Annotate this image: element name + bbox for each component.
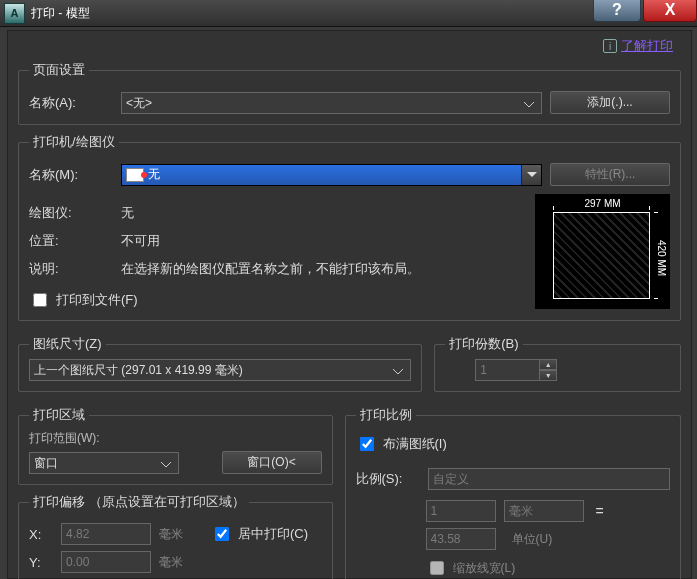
offset-y-unit: 毫米 <box>159 554 183 571</box>
plotter-location-label: 位置: <box>29 232 113 250</box>
print-to-file-checkbox[interactable]: 打印到文件(F) <box>29 290 138 310</box>
scale-unit-select[interactable]: 毫米 <box>504 500 584 522</box>
scale-drawing-unit-label: 单位(U) <box>512 531 553 548</box>
offset-group: 打印偏移 （原点设置在可打印区域） X: 毫米 居中打印(C) Y: 毫米 <box>18 493 333 579</box>
paper-height-label: 420 MM <box>656 240 667 276</box>
paper-size-select[interactable]: 上一个图纸尺寸 (297.01 x 419.99 毫米) <box>29 359 411 381</box>
printer-icon <box>126 168 144 182</box>
copies-group: 打印份数(B) ▲ ▼ <box>434 335 681 392</box>
scale-group: 打印比例 布满图纸(I) 比例(S): 自定义 毫米 = 单位(U) <box>345 406 682 579</box>
plotter-location-value: 不可用 <box>121 232 160 250</box>
help-button[interactable]: ? <box>593 0 641 22</box>
offset-x-input[interactable] <box>61 523 151 545</box>
print-to-file-label: 打印到文件(F) <box>56 291 138 309</box>
page-setup-group: 页面设置 名称(A): <无> 添加(.)... <box>18 61 681 125</box>
close-button[interactable]: X <box>643 0 697 22</box>
offset-x-unit: 毫米 <box>159 526 183 543</box>
scale-legend: 打印比例 <box>356 406 416 424</box>
paper-size-legend: 图纸尺寸(Z) <box>29 335 106 353</box>
center-plot-input[interactable] <box>215 527 229 541</box>
app-icon: A <box>4 3 25 24</box>
scale-label: 比例(S): <box>356 470 420 488</box>
window-pick-button[interactable]: 窗口(O)< <box>222 451 322 474</box>
scale-select[interactable]: 自定义 <box>428 468 671 490</box>
fit-to-paper-input[interactable] <box>360 437 374 451</box>
print-range-select[interactable]: 窗口 <box>29 452 179 474</box>
plotter-properties-button[interactable]: 特性(R)... <box>550 163 670 186</box>
print-area-group: 打印区域 打印范围(W): 窗口 窗口(O)< <box>18 406 333 485</box>
learn-print-link[interactable]: 了解打印 <box>621 37 673 55</box>
fit-to-paper-checkbox[interactable]: 布满图纸(I) <box>356 434 447 454</box>
plotter-device-label: 绘图仪: <box>29 204 113 222</box>
paper-preview: 297 MM 420 MM <box>535 194 670 309</box>
scale-lineweights-checkbox[interactable]: 缩放线宽(L) <box>356 558 516 578</box>
copies-legend: 打印份数(B) <box>445 335 522 353</box>
window-title: 打印 - 模型 <box>31 5 90 22</box>
center-plot-checkbox[interactable]: 居中打印(C) <box>211 524 308 544</box>
plotter-name-value: 无 <box>148 166 160 183</box>
page-setup-name-label: 名称(A): <box>29 94 113 112</box>
offset-legend: 打印偏移 （原点设置在可打印区域） <box>29 493 249 511</box>
plotter-desc-value: 在选择新的绘图仪配置名称之前，不能打印该布局。 <box>121 260 517 278</box>
plotter-name-label: 名称(M): <box>29 166 113 184</box>
learn-row: i 了解打印 <box>18 37 681 55</box>
copies-up-button[interactable]: ▲ <box>539 359 557 370</box>
page-setup-name-select[interactable]: <无> <box>121 92 542 114</box>
scale-lineweights-input[interactable] <box>430 561 444 575</box>
page-setup-add-button[interactable]: 添加(.)... <box>550 91 670 114</box>
equals-sign: = <box>592 503 608 519</box>
page-setup-legend: 页面设置 <box>29 61 89 79</box>
scale-lineweights-label: 缩放线宽(L) <box>453 560 516 577</box>
fit-to-paper-label: 布满图纸(I) <box>383 435 447 453</box>
offset-x-label: X: <box>29 527 53 542</box>
chevron-down-icon[interactable] <box>521 165 541 185</box>
paper-size-group: 图纸尺寸(Z) 上一个图纸尺寸 (297.01 x 419.99 毫米) <box>18 335 422 392</box>
plotter-legend: 打印机/绘图仪 <box>29 133 119 151</box>
title-bar: A 打印 - 模型 ? X <box>0 0 697 27</box>
plotter-group: 打印机/绘图仪 名称(M): 无 特性(R)... 绘图仪: 无 位置: 不可用 <box>18 133 681 321</box>
window-controls: ? X <box>593 0 697 22</box>
plotter-name-select[interactable]: 无 <box>121 164 542 186</box>
offset-y-input[interactable] <box>61 551 151 573</box>
info-icon: i <box>603 39 617 53</box>
print-area-legend: 打印区域 <box>29 406 89 424</box>
dialog-client: i 了解打印 页面设置 名称(A): <无> 添加(.)... 打印机/绘图仪 … <box>7 30 692 579</box>
plotter-device-value: 无 <box>121 204 134 222</box>
print-to-file-input[interactable] <box>33 293 47 307</box>
offset-y-label: Y: <box>29 555 53 570</box>
scale-drawing-value-input[interactable] <box>426 528 496 550</box>
center-plot-label: 居中打印(C) <box>238 525 308 543</box>
print-range-label: 打印范围(W): <box>29 430 322 447</box>
copies-down-button[interactable]: ▼ <box>539 370 557 381</box>
copies-input[interactable] <box>475 359 539 381</box>
scale-unit-value-input[interactable] <box>426 500 496 522</box>
plotter-desc-label: 说明: <box>29 260 113 278</box>
